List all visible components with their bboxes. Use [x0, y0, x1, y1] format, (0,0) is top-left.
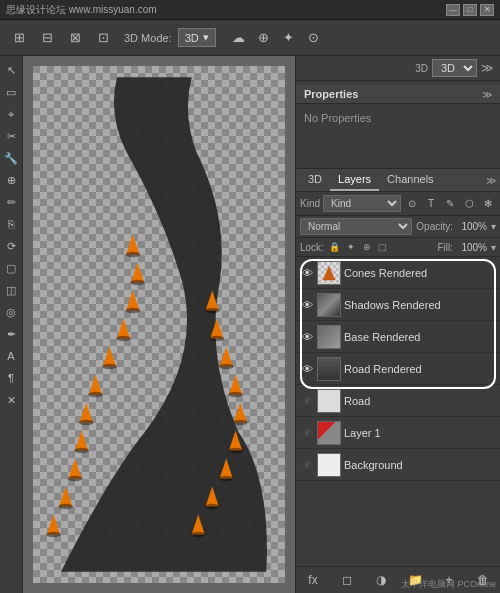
top-right-bar: 3D 3D ≫ — [296, 56, 500, 81]
tool-eyedropper[interactable]: 🔧 — [1, 148, 21, 168]
layer-thumbnail-4 — [317, 389, 341, 413]
restore-button[interactable]: □ — [463, 4, 477, 16]
layer-name-0: Cones Rendered — [344, 267, 496, 279]
kind-select[interactable]: Kind — [323, 195, 401, 212]
properties-expand[interactable]: ≫ — [482, 89, 492, 100]
svg-marker-19 — [131, 262, 144, 283]
layer-item-4[interactable]: 👁 Road — [296, 385, 500, 417]
3d-mode-value: 3D — [185, 32, 199, 44]
toolbar-3d-icon-4[interactable]: ⊙ — [303, 27, 325, 49]
fill-dropdown[interactable]: ▾ — [491, 242, 496, 253]
tool-history[interactable]: ⟳ — [1, 236, 21, 256]
toolbar-3d-icon-1[interactable]: ☁ — [228, 27, 250, 49]
layer-visibility-5[interactable]: 👁 — [300, 426, 314, 440]
svg-point-48 — [125, 308, 140, 314]
lock-icon-4[interactable]: ▢ — [376, 240, 390, 254]
tab-layers[interactable]: Layers — [330, 169, 379, 191]
tool-eraser[interactable]: ▢ — [1, 258, 21, 278]
layer-adj-button[interactable]: ◑ — [372, 571, 390, 589]
blend-row: Normal Opacity: 100% ▾ — [296, 216, 500, 238]
layer-thumbnail-6 — [317, 453, 341, 477]
tab-3d[interactable]: 3D — [300, 169, 330, 191]
svg-point-55 — [233, 420, 248, 426]
opacity-dropdown[interactable]: ▾ — [491, 221, 496, 232]
layer-item-5[interactable]: 👁 Layer 1 — [296, 417, 500, 449]
tool-brush[interactable]: ✏ — [1, 192, 21, 212]
tool-pen[interactable]: ✒ — [1, 324, 21, 344]
layer-visibility-6[interactable]: 👁 — [300, 458, 314, 472]
layers-panel: 3D Layers Channels ≫ Kind Kind ⊙ T ✎ ⬡ ✻ — [296, 169, 500, 593]
kind-label: Kind — [300, 198, 320, 209]
toolbar-icon-4[interactable]: ⊡ — [92, 27, 114, 49]
expand-icon[interactable]: ≫ — [481, 61, 494, 75]
filter-icon-1[interactable]: ⊙ — [404, 196, 420, 212]
3d-mode-select-right[interactable]: 3D — [432, 59, 477, 77]
tool-shape[interactable]: ✕ — [1, 390, 21, 410]
toolbar-3d-icon-3[interactable]: ✦ — [278, 27, 300, 49]
tool-dodge[interactable]: ◎ — [1, 302, 21, 322]
tool-text[interactable]: A — [1, 346, 21, 366]
layer-thumbnail-5 — [317, 421, 341, 445]
layer-item-6[interactable]: 👁 Background — [296, 449, 500, 481]
right-panel: 3D 3D ≫ Properties ≫ No Properties 3D La… — [295, 56, 500, 593]
toolbar-3d-icon-2[interactable]: ⊕ — [253, 27, 275, 49]
svg-point-52 — [205, 504, 220, 510]
layer-visibility-0[interactable]: 👁 — [300, 266, 314, 280]
svg-point-57 — [219, 364, 234, 370]
filter-icon-5[interactable]: ✻ — [480, 196, 496, 212]
tool-gradient[interactable]: ◫ — [1, 280, 21, 300]
lock-icons: 🔒 ✦ ⊕ ▢ — [328, 240, 434, 254]
svg-marker-21 — [126, 234, 139, 255]
filter-icon-2[interactable]: T — [423, 196, 439, 212]
lock-label: Lock: — [300, 242, 324, 253]
layer-visibility-3[interactable]: 👁 — [300, 362, 314, 376]
layer-visibility-2[interactable]: 👁 — [300, 330, 314, 344]
close-button[interactable]: ✕ — [480, 4, 494, 16]
tool-crop[interactable]: ✂ — [1, 126, 21, 146]
tool-path[interactable]: ¶ — [1, 368, 21, 388]
blend-mode-select[interactable]: Normal — [300, 218, 412, 235]
layer-visibility-4[interactable]: 👁 — [300, 394, 314, 408]
3d-mode-dropdown[interactable]: 3D ▾ — [178, 28, 216, 47]
lock-icon-2[interactable]: ✦ — [344, 240, 358, 254]
tool-select[interactable]: ▭ — [1, 82, 21, 102]
layer-thumbnail-0 — [317, 261, 341, 285]
layer-name-6: Background — [344, 459, 496, 471]
tool-clone[interactable]: ⎘ — [1, 214, 21, 234]
minimize-button[interactable]: — — [446, 4, 460, 16]
layers-expand[interactable]: ≫ — [486, 175, 496, 186]
layer-item-3[interactable]: 👁 Road Rendered — [296, 353, 500, 385]
toolbar-icon-2[interactable]: ⊟ — [36, 27, 58, 49]
layer-name-1: Shadows Rendered — [344, 299, 496, 311]
layers-controls: Kind Kind ⊙ T ✎ ⬡ ✻ — [296, 192, 500, 216]
svg-point-42 — [68, 476, 83, 482]
title-bar-text: 思缘设计论坛 www.missyuan.com — [6, 3, 157, 17]
svg-point-49 — [130, 280, 145, 286]
tab-channels[interactable]: Channels — [379, 169, 441, 191]
layer-item-2[interactable]: 👁 Base Rendered — [296, 321, 500, 353]
layer-item-1[interactable]: 👁 Shadows Rendered — [296, 289, 500, 321]
layer-thumbnail-2 — [317, 325, 341, 349]
layer-visibility-1[interactable]: 👁 — [300, 298, 314, 312]
filter-icon-3[interactable]: ✎ — [442, 196, 458, 212]
layer-mask-button[interactable]: ◻ — [338, 571, 356, 589]
opacity-value: 100% — [457, 221, 487, 232]
fill-value: 100% — [457, 242, 487, 253]
layer-item-0[interactable]: 👁 Cones Rendered — [296, 257, 500, 289]
title-bar: 思缘设计论坛 www.missyuan.com — □ ✕ — [0, 0, 500, 20]
lock-icon-1[interactable]: 🔒 — [328, 240, 342, 254]
toolbar-icon-3[interactable]: ⊠ — [64, 27, 86, 49]
layer-fx-button[interactable]: fx — [304, 571, 322, 589]
toolbar-icon-1[interactable]: ⊞ — [8, 27, 30, 49]
opacity-label: Opacity: — [416, 221, 453, 232]
layer-name-4: Road — [344, 395, 496, 407]
canvas-area[interactable] — [23, 56, 295, 593]
lock-icon-3[interactable]: ⊕ — [360, 240, 374, 254]
tool-move[interactable]: ↖ — [1, 60, 21, 80]
svg-point-46 — [102, 364, 117, 370]
svg-marker-60 — [323, 265, 336, 280]
tool-heal[interactable]: ⊕ — [1, 170, 21, 190]
filter-icon-4[interactable]: ⬡ — [461, 196, 477, 212]
svg-point-56 — [228, 392, 243, 398]
tool-lasso[interactable]: ⌖ — [1, 104, 21, 124]
